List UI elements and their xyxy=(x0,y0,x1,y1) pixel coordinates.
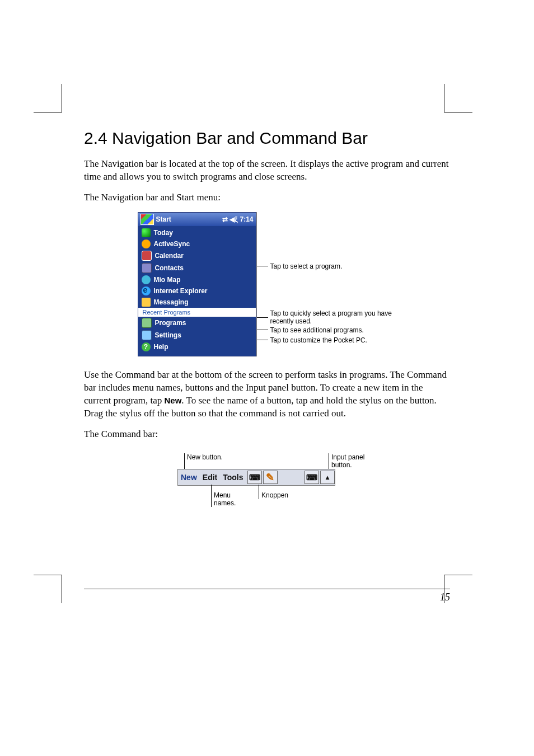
menu-label: Calendar xyxy=(155,252,184,260)
cmdbar-edit[interactable]: Edit xyxy=(200,473,220,482)
crop-mark-tr xyxy=(444,84,472,112)
messaging-icon xyxy=(142,298,151,307)
crop-mark-br xyxy=(444,575,472,603)
figure-start-menu: Start ⇄ ◀ξ 7:14 Today ActiveSync Calenda… xyxy=(84,212,450,356)
signal-icon: ⇄ xyxy=(222,215,227,223)
miomap-icon xyxy=(142,275,151,284)
pocketpc-screenshot: Start ⇄ ◀ξ 7:14 Today ActiveSync Calenda… xyxy=(138,212,256,356)
navigation-bar: Start ⇄ ◀ξ 7:14 xyxy=(138,213,256,226)
help-icon: ? xyxy=(142,342,151,351)
menu-label: ActiveSync xyxy=(154,240,190,248)
new-keyword: New xyxy=(165,396,182,405)
figure-callouts: Tap to select a program. Tap to quickly … xyxy=(256,212,397,356)
menu-item-activesync[interactable]: ActiveSync xyxy=(138,238,256,250)
label-input-panel: Input panel button. xyxy=(329,453,379,461)
today-icon xyxy=(142,228,151,237)
menu-label: Help xyxy=(154,343,168,351)
callout-programs: Tap to see additional programs. xyxy=(270,326,364,334)
menu-label: Contacts xyxy=(155,264,184,272)
menu-section-recent: Recent Programs xyxy=(138,308,256,317)
cmdbar-tools[interactable]: Tools xyxy=(220,473,246,482)
label-new-button: New button. xyxy=(184,453,223,461)
calendar-icon xyxy=(142,251,152,261)
activesync-icon xyxy=(142,240,151,248)
footer-divider xyxy=(84,589,450,589)
menu-item-messaging[interactable]: Messaging xyxy=(138,297,256,308)
input-panel-arrow-icon[interactable] xyxy=(320,471,335,484)
page-number: 15 xyxy=(84,591,450,603)
menu-item-programs[interactable]: Programs xyxy=(138,317,256,329)
input-panel-icon[interactable] xyxy=(305,471,319,484)
menu-label: Messaging xyxy=(154,298,189,306)
menu-item-help[interactable]: ? Help xyxy=(138,341,256,355)
clock-time: 7:14 xyxy=(240,215,253,223)
menu-item-ie[interactable]: Internet Explorer xyxy=(138,285,256,297)
callout-settings: Tap to customize the Pocket PC. xyxy=(270,336,367,344)
paragraph-2: The Navigation bar and Start menu: xyxy=(84,191,450,204)
callout-select-program: Tap to select a program. xyxy=(270,262,343,270)
crop-mark-tl xyxy=(34,84,62,112)
section-heading: 2.4 Navigation Bar and Command Bar xyxy=(84,129,450,148)
contacts-icon xyxy=(142,263,152,273)
menu-item-miomap[interactable]: Mio Map xyxy=(138,274,256,285)
programs-icon xyxy=(142,318,152,328)
menu-item-contacts[interactable]: Contacts xyxy=(138,262,256,274)
ie-icon xyxy=(142,287,151,295)
windows-flag-icon xyxy=(140,214,154,225)
menu-label: Programs xyxy=(155,319,186,327)
menu-item-calendar[interactable]: Calendar xyxy=(138,250,256,262)
menu-label: Mio Map xyxy=(154,276,181,284)
menu-item-today[interactable]: Today xyxy=(138,227,256,238)
keyboard-icon[interactable] xyxy=(247,471,262,484)
paragraph-3: Use the Command bar at the bottom of the… xyxy=(84,369,450,420)
cmdbar-new[interactable]: New xyxy=(178,473,200,482)
start-label: Start xyxy=(156,215,171,223)
menu-label: Settings xyxy=(155,331,181,339)
label-menu-names: Menu names. xyxy=(211,491,242,507)
paragraph-4: The Command bar: xyxy=(84,428,450,441)
speaker-icon: ◀ξ xyxy=(229,215,237,223)
paragraph-1: The Navigation bar is located at the top… xyxy=(84,158,450,184)
label-knoppen: Knoppen xyxy=(259,491,288,499)
figure-command-bar: New button. Input panel button. New Edit… xyxy=(84,449,450,510)
callout-recent: Tap to quickly select a program you have… xyxy=(270,309,399,326)
command-bar: New Edit Tools ✎ xyxy=(177,469,335,486)
button-icon[interactable]: ✎ xyxy=(263,471,278,484)
menu-item-settings[interactable]: Settings xyxy=(138,329,256,341)
settings-icon xyxy=(142,330,152,340)
crop-mark-bl xyxy=(34,575,62,603)
menu-label: Internet Explorer xyxy=(154,287,208,295)
menu-label: Today xyxy=(154,229,173,237)
